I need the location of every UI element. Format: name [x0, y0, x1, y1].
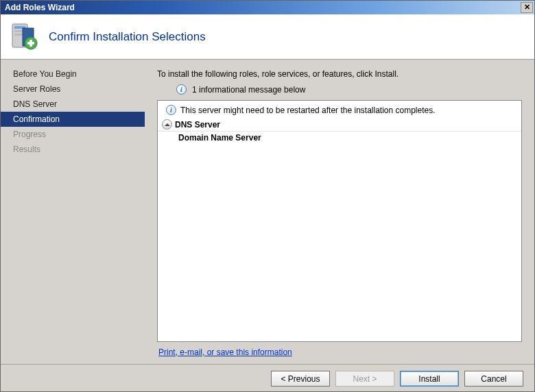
restart-message: This server might need to be restarted a…	[180, 106, 436, 115]
svg-rect-6	[27, 42, 34, 45]
next-button: Next >	[335, 371, 394, 387]
role-heading: DNS Server	[175, 120, 220, 130]
wizard-header: Confirm Installation Selections	[1, 14, 534, 60]
titlebar[interactable]: Add Roles Wizard ✕	[1, 1, 534, 14]
selections-box: i This server might need to be restarted…	[157, 100, 522, 342]
save-link-row: Print, e-mail, or save this information	[157, 342, 522, 357]
wizard-footer: < Previous Next > Install Cancel	[1, 364, 534, 392]
main-panel: To install the following roles, role ser…	[145, 60, 534, 364]
nav-server-roles[interactable]: Server Roles	[1, 82, 145, 97]
print-email-save-link[interactable]: Print, e-mail, or save this information	[158, 347, 292, 357]
role-heading-row[interactable]: DNS Server	[158, 118, 521, 132]
nav-before-you-begin[interactable]: Before You Begin	[1, 66, 145, 82]
info-count-text: 1 informational message below	[192, 85, 305, 95]
cancel-button[interactable]: Cancel	[464, 371, 523, 387]
info-icon: i	[176, 84, 187, 95]
nav-sidebar: Before You Begin Server Roles DNS Server…	[1, 60, 145, 364]
wizard-icon	[10, 23, 39, 51]
page-title: Confirm Installation Selections	[49, 30, 206, 44]
info-summary: i 1 informational message below	[157, 84, 522, 95]
window-title: Add Roles Wizard	[5, 3, 75, 12]
install-button[interactable]: Install	[400, 371, 459, 387]
close-button[interactable]: ✕	[521, 2, 533, 13]
nav-progress: Progress	[1, 127, 145, 142]
role-subitem: Domain Name Server	[158, 132, 521, 144]
restart-message-row: i This server might need to be restarted…	[158, 103, 521, 118]
intro-text: To install the following roles, role ser…	[157, 69, 522, 79]
chevron-up-icon[interactable]	[162, 119, 172, 130]
nav-confirmation[interactable]: Confirmation	[1, 112, 145, 127]
info-icon: i	[166, 105, 176, 115]
wizard-body: Before You Begin Server Roles DNS Server…	[1, 60, 534, 364]
nav-results: Results	[1, 142, 145, 157]
previous-button[interactable]: < Previous	[271, 371, 330, 387]
nav-dns-server[interactable]: DNS Server	[1, 97, 145, 112]
